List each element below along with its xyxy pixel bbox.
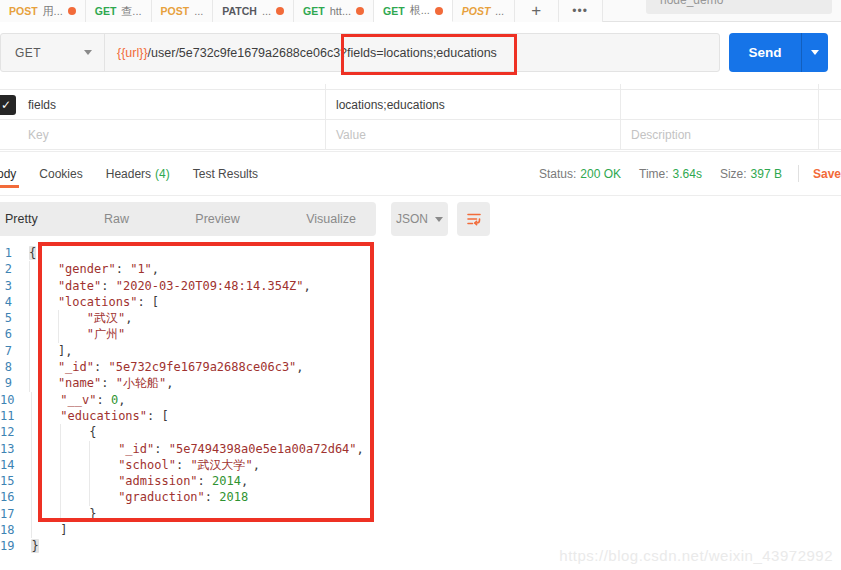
url-path: /user/5e732c9fe1679a2688ce06c3? xyxy=(148,46,347,60)
param-value-placeholder-cell[interactable]: Value xyxy=(325,120,620,149)
line-number: 10 xyxy=(0,392,28,408)
line-number: 7 xyxy=(0,343,26,359)
tab-title: ... xyxy=(495,5,504,17)
param-checkbox[interactable]: ✓ xyxy=(0,95,16,115)
request-tab[interactable]: GET根... xyxy=(374,0,453,22)
line-content: { xyxy=(28,424,96,440)
response-tabs: BodyCookiesHeaders(4)Test Results xyxy=(0,152,278,195)
chevron-down-icon xyxy=(435,217,443,222)
line-content: "武汉", xyxy=(26,310,132,326)
line-number: 19 xyxy=(0,538,28,554)
request-tab[interactable]: POST... xyxy=(453,0,515,22)
response-tab-body[interactable]: Body xyxy=(0,152,19,195)
response-body-viewer[interactable]: 1{2"gender": "1",3"date": "2020-03-20T09… xyxy=(0,241,841,570)
send-button-label[interactable]: Send xyxy=(729,33,801,72)
line-content: "name": "小轮船", xyxy=(26,375,173,391)
code-line: 5"武汉", xyxy=(0,310,841,326)
param-description-cell[interactable] xyxy=(620,90,818,119)
send-options-button[interactable] xyxy=(801,33,828,72)
send-button[interactable]: Send xyxy=(729,33,828,72)
response-header: BodyCookiesHeaders(4)Test Results Status… xyxy=(0,151,841,196)
unsaved-dot-icon xyxy=(68,7,76,15)
tab-method-label: GET xyxy=(383,5,405,17)
param-row-empty: Key Value Description xyxy=(0,120,841,150)
request-tab[interactable]: POST... xyxy=(152,0,214,22)
request-tab[interactable]: GET查... xyxy=(86,0,152,22)
code-line: 3"date": "2020-03-20T09:48:14.354Z", xyxy=(0,278,841,294)
request-tab[interactable]: PATCH... xyxy=(213,0,294,22)
code-line: 15"admission": 2014, xyxy=(0,473,841,489)
tab-method-label: PATCH xyxy=(222,5,257,17)
code-line: 16"graduction": 2018 xyxy=(0,489,841,505)
method-selector[interactable]: GET xyxy=(1,34,105,71)
new-tab-button[interactable]: + xyxy=(515,0,559,22)
tab-title: 查... xyxy=(121,4,141,19)
param-value-cell[interactable]: locations;educations xyxy=(325,90,620,119)
unsaved-dot-icon xyxy=(435,7,443,15)
line-number: 1 xyxy=(0,245,26,261)
request-tab[interactable]: POST用... xyxy=(0,0,86,22)
response-tab-test-results[interactable]: Test Results xyxy=(190,152,261,195)
unsaved-dot-icon xyxy=(276,7,284,15)
url-query: fields=locations;educations xyxy=(347,46,497,60)
response-tab-cookies[interactable]: Cookies xyxy=(36,152,85,195)
code-line: 14"school": "武汉大学", xyxy=(0,457,841,473)
param-key-placeholder-cell[interactable]: Key xyxy=(0,120,325,149)
line-number: 12 xyxy=(0,424,28,440)
format-dropdown[interactable]: JSON xyxy=(391,202,448,236)
code-line: 18] xyxy=(0,522,841,538)
code-line: 2"gender": "1", xyxy=(0,261,841,277)
tab-title: ... xyxy=(194,5,203,17)
line-number: 3 xyxy=(0,278,26,294)
tab-options-button[interactable]: ••• xyxy=(559,0,603,22)
key-placeholder: Key xyxy=(28,128,49,142)
line-content: "admission": 2014, xyxy=(28,473,248,489)
size-badge: Size:397 B xyxy=(720,167,782,181)
tab-method-label: GET xyxy=(95,5,117,17)
description-placeholder: Description xyxy=(631,128,691,142)
response-meta: Status:200 OK Time:3.64s Size:397 B Save xyxy=(521,152,841,195)
tab-method-label: POST xyxy=(161,5,190,17)
view-mode-preview[interactable]: Preview xyxy=(195,212,239,226)
code-line: 7], xyxy=(0,343,841,359)
line-content: "_id": "5e7494398a0e5e1a00a72d64", xyxy=(28,441,363,457)
response-tab-label: Body xyxy=(0,167,16,181)
line-content: "graduction": 2018 xyxy=(28,489,248,505)
line-number: 15 xyxy=(0,473,28,489)
wrap-text-button[interactable] xyxy=(457,202,490,236)
view-mode-switch: PrettyRawPreviewVisualize xyxy=(0,202,376,236)
response-tab-label: Headers xyxy=(106,167,151,181)
request-tab[interactable]: GEThtt... xyxy=(294,0,374,22)
line-number: 2 xyxy=(0,261,26,277)
line-content: "educations": [ xyxy=(28,408,168,424)
response-tab-label: Test Results xyxy=(193,167,258,181)
request-builder-row: GET {{url}}/user/5e732c9fe1679a2688ce06c… xyxy=(0,33,841,72)
param-description-placeholder-cell[interactable]: Description xyxy=(620,120,818,149)
view-mode-raw[interactable]: Raw xyxy=(104,212,129,226)
line-number: 14 xyxy=(0,457,28,473)
url-input[interactable]: {{url}}/user/5e732c9fe1679a2688ce06c3?fi… xyxy=(105,46,497,60)
code-line: 4"locations": [ xyxy=(0,294,841,310)
line-number: 11 xyxy=(0,408,28,424)
url-variable: {{url}} xyxy=(117,46,148,60)
param-key-cell[interactable]: ✓ fields xyxy=(0,90,325,119)
line-number: 5 xyxy=(0,310,26,326)
view-mode-visualize[interactable]: Visualize xyxy=(306,212,356,226)
code-line: 8"_id": "5e732c9fe1679a2688ce06c3", xyxy=(0,359,841,375)
line-content: "广州" xyxy=(26,326,125,342)
param-row: ✓ fields locations;educations xyxy=(0,90,841,120)
code-line: 10"__v": 0, xyxy=(0,392,841,408)
response-tab-count: (4) xyxy=(155,167,170,181)
method-label: GET xyxy=(15,46,41,60)
tab-method-label: GET xyxy=(303,5,325,17)
save-response-button[interactable]: Save xyxy=(813,167,841,181)
unsaved-dot-icon xyxy=(356,7,364,15)
view-mode-pretty[interactable]: Pretty xyxy=(5,212,38,226)
line-content: } xyxy=(28,506,96,522)
environment-selector[interactable]: node_demo xyxy=(646,0,832,14)
format-label: JSON xyxy=(396,212,428,226)
code-line: 9"name": "小轮船", xyxy=(0,375,841,391)
response-tab-headers[interactable]: Headers(4) xyxy=(103,152,173,195)
code-line: 17} xyxy=(0,506,841,522)
time-badge: Time:3.64s xyxy=(639,167,702,181)
